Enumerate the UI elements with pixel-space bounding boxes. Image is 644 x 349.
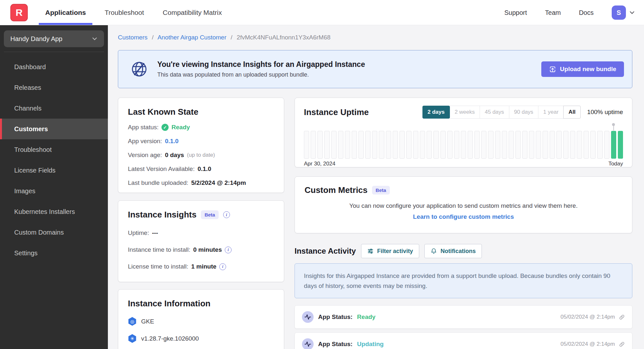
uptime-bar[interactable] <box>570 131 575 159</box>
uptime-bar[interactable] <box>536 131 541 159</box>
breadcrumb-customers[interactable]: Customers <box>118 34 148 41</box>
uptime-bar[interactable] <box>372 131 377 159</box>
sidebar-item-customers[interactable]: Customers <box>0 119 108 139</box>
chevron-down-icon <box>92 36 98 42</box>
uptime-bar[interactable] <box>441 131 446 159</box>
uptime-bar[interactable] <box>543 131 548 159</box>
sidebar-item-troubleshoot[interactable]: Troubleshoot <box>0 139 108 160</box>
sidebar-item-channels[interactable]: Channels <box>0 98 108 119</box>
breadcrumb: Customers / Another Airgap Customer / 2f… <box>118 34 330 41</box>
range-all[interactable]: All <box>563 106 581 119</box>
uptime-bar[interactable] <box>618 131 623 159</box>
uptime-bar[interactable] <box>522 131 527 159</box>
activity-row[interactable]: App Status: Ready 05/02/2024 @ 2:14pm <box>295 305 632 329</box>
uptime-bar[interactable] <box>331 131 337 159</box>
tab-applications[interactable]: Applications <box>45 0 86 25</box>
range-90-days[interactable]: 90 days <box>509 106 539 119</box>
uptime-bar[interactable] <box>584 131 589 159</box>
uptime-bar[interactable] <box>611 131 616 159</box>
uptime-bar[interactable] <box>406 131 411 159</box>
info-icon[interactable]: i <box>223 211 230 218</box>
nav-link-support[interactable]: Support <box>504 9 527 16</box>
range-2-days[interactable]: 2 days <box>422 106 450 119</box>
version-age-row: Version age: 0 days (up to date) <box>128 152 274 159</box>
link-icon[interactable] <box>619 341 625 347</box>
uptime-bar[interactable] <box>427 131 432 159</box>
sidebar-item-license-fields[interactable]: License Fields <box>0 160 108 181</box>
uptime-bar[interactable] <box>317 131 323 159</box>
uptime-bar[interactable] <box>324 131 329 159</box>
uptime-bar[interactable] <box>358 131 364 159</box>
tab-compatibility-matrix[interactable]: Compatibility Matrix <box>163 0 222 25</box>
uptime-bar[interactable] <box>550 131 555 159</box>
uptime-bar[interactable] <box>515 131 521 159</box>
uptime-bar[interactable] <box>481 131 486 159</box>
range-2-weeks[interactable]: 2 weeks <box>450 106 480 119</box>
nav-link-docs[interactable]: Docs <box>579 9 594 16</box>
avatar[interactable]: S <box>612 5 626 20</box>
uptime-bar[interactable] <box>597 131 602 159</box>
uptime-bar[interactable] <box>433 131 439 159</box>
uptime-bar[interactable] <box>577 131 582 159</box>
upload-new-bundle-button[interactable]: Upload new bundle <box>541 61 624 77</box>
uptime-bar[interactable] <box>420 131 425 159</box>
uptime-bar[interactable] <box>488 131 493 159</box>
instance-uptime-card: Instance Uptime 2 days 2 weeks 45 days 9… <box>295 98 632 167</box>
sidebar-item-releases[interactable]: Releases <box>0 77 108 98</box>
filter-activity-button[interactable]: Filter activity <box>361 244 419 258</box>
uptime-bar[interactable] <box>386 131 391 159</box>
sidebar-item-kubernetes-installers[interactable]: Kubernetes Installers <box>0 201 108 222</box>
uptime-bar[interactable] <box>352 131 357 159</box>
nav-link-team[interactable]: Team <box>545 9 561 16</box>
app-selector-label: Handy Dandy App <box>10 35 62 43</box>
uptime-bar[interactable] <box>556 131 562 159</box>
replicated-logo[interactable]: R <box>10 4 28 21</box>
uptime-bar[interactable] <box>304 131 309 159</box>
configure-custom-metrics-link[interactable]: Learn to configure custom metrics <box>305 213 622 220</box>
uptime-bar[interactable] <box>365 131 370 159</box>
info-icon[interactable]: i <box>219 263 226 270</box>
top-nav-tabs: Applications Troubleshoot Compatibility … <box>45 0 222 25</box>
app-selector-dropdown[interactable]: Handy Dandy App <box>4 30 104 47</box>
uptime-bar[interactable] <box>563 131 568 159</box>
instance-information-title: Instance Information <box>128 299 274 309</box>
uptime-bar[interactable] <box>461 131 466 159</box>
breadcrumb-customer-name[interactable]: Another Airgap Customer <box>158 34 226 41</box>
uptime-bar[interactable] <box>413 131 418 159</box>
sidebar-item-images[interactable]: Images <box>0 181 108 201</box>
custom-metrics-card: Custom Metrics Beta You can now configur… <box>295 176 632 233</box>
uptime-bar[interactable] <box>529 131 534 159</box>
uptime-bar[interactable] <box>447 131 452 159</box>
uptime-bar[interactable] <box>311 131 316 159</box>
uptime-bar[interactable] <box>468 131 473 159</box>
uptime-bar[interactable] <box>590 131 596 159</box>
uptime-bar[interactable] <box>474 131 480 159</box>
uptime-bar[interactable] <box>393 131 398 159</box>
uptime-bar[interactable] <box>400 131 405 159</box>
tab-troubleshoot[interactable]: Troubleshoot <box>105 0 144 25</box>
app-version-value[interactable]: 0.1.0 <box>165 138 179 145</box>
account-menu[interactable]: S <box>612 5 635 20</box>
uptime-bar[interactable] <box>338 131 343 159</box>
uptime-bar[interactable] <box>495 131 500 159</box>
uptime-label: Uptime: <box>128 229 149 237</box>
sidebar-item-dashboard[interactable]: Dashboard <box>0 57 108 77</box>
uptime-bar[interactable] <box>604 131 609 159</box>
uptime-bar[interactable] <box>454 131 459 159</box>
chevron-down-icon[interactable] <box>629 10 635 16</box>
sidebar-item-custom-domains[interactable]: Custom Domains <box>0 222 108 243</box>
notifications-button[interactable]: Notifications <box>424 244 482 258</box>
uptime-bar[interactable] <box>345 131 350 159</box>
uptime-bar[interactable] <box>379 131 384 159</box>
info-icon[interactable]: i <box>225 247 232 253</box>
range-1-year[interactable]: 1 year <box>538 106 564 119</box>
banner-subtitle: This data was populated from an uploaded… <box>157 71 365 78</box>
uptime-bar[interactable] <box>502 131 507 159</box>
sidebar-item-settings[interactable]: Settings <box>0 243 108 263</box>
range-45-days[interactable]: 45 days <box>480 106 509 119</box>
activity-row[interactable]: App Status: Updating 05/02/2024 @ 2:14pm <box>295 333 632 349</box>
link-icon[interactable] <box>619 314 625 320</box>
uptime-start-label: Apr 30, 2024 <box>304 161 335 167</box>
last-bundle-row: Last bundle uploaded: 5/2/2024 @ 2:14pm <box>128 179 274 186</box>
uptime-bar[interactable] <box>509 131 514 159</box>
